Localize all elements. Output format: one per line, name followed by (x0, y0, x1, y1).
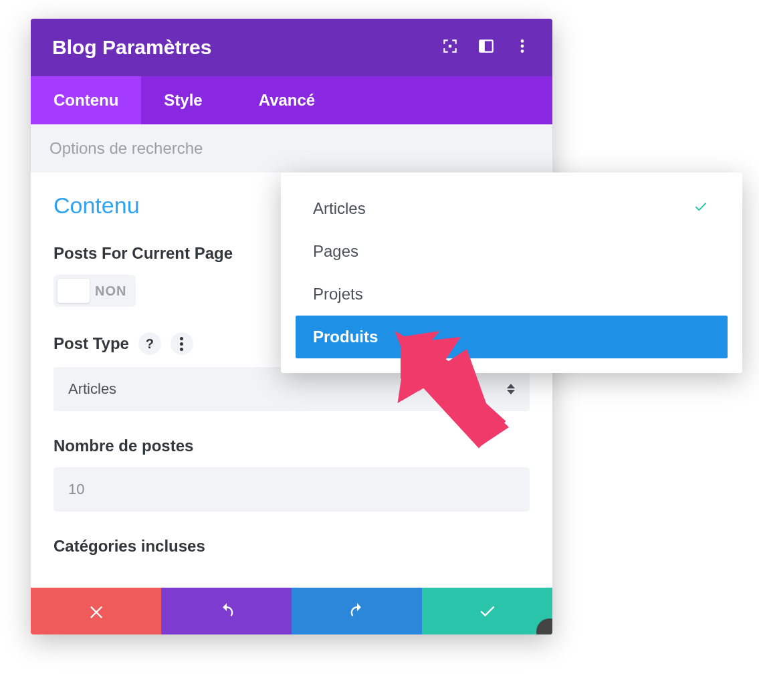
expand-icon[interactable] (441, 37, 459, 57)
panel-header: Blog Paramètres (31, 19, 552, 76)
dropdown-item-pages[interactable]: Pages (296, 230, 728, 273)
post-type-label: Post Type (53, 334, 129, 353)
undo-button[interactable] (161, 588, 292, 634)
svg-rect-2 (479, 40, 485, 51)
svg-point-5 (521, 49, 524, 53)
toggle-state-text: NON (95, 283, 126, 299)
post-type-dropdown: Articles Pages Projets Produits (281, 172, 742, 373)
search-options-input[interactable]: Options de recherche (31, 124, 552, 172)
dropdown-item-articles[interactable]: Articles (296, 187, 728, 230)
save-button[interactable] (422, 588, 552, 634)
svg-point-3 (521, 39, 524, 43)
check-icon (691, 199, 710, 218)
svg-rect-0 (449, 45, 451, 47)
dropdown-item-label: Pages (313, 242, 358, 261)
svg-point-4 (521, 45, 524, 48)
more-icon[interactable] (514, 37, 531, 57)
redo-button[interactable] (292, 588, 422, 634)
panel-footer (31, 588, 552, 634)
header-icon-group (441, 37, 531, 57)
tab-bar: Contenu Style Avancé (31, 76, 552, 124)
help-icon[interactable]: ? (138, 332, 161, 355)
field-more-icon[interactable] (171, 332, 193, 355)
field-num-posts: Nombre de postes 10 (53, 437, 530, 511)
panel-title: Blog Paramètres (52, 36, 211, 59)
num-posts-input[interactable]: 10 (53, 467, 530, 511)
post-type-select[interactable]: Articles (53, 367, 530, 411)
sidebar-toggle-icon[interactable] (477, 37, 495, 57)
dropdown-item-label: Projets (313, 285, 363, 304)
toggle-knob (58, 279, 90, 303)
tab-style[interactable]: Style (141, 76, 225, 124)
dropdown-item-label: Articles (313, 199, 366, 218)
dropdown-item-produits[interactable]: Produits (296, 316, 728, 358)
num-posts-label: Nombre de postes (53, 437, 530, 455)
posts-for-page-toggle[interactable]: NON (53, 275, 136, 307)
post-type-selected-value: Articles (68, 380, 116, 398)
select-caret-icon (507, 384, 515, 394)
tab-content[interactable]: Contenu (31, 76, 141, 124)
tab-advanced[interactable]: Avancé (225, 76, 338, 124)
field-categories: Catégories incluses (53, 537, 530, 556)
categories-label: Catégories incluses (53, 537, 530, 556)
dropdown-item-label: Produits (313, 328, 378, 346)
close-button[interactable] (31, 588, 161, 634)
dropdown-item-projets[interactable]: Projets (296, 273, 728, 316)
